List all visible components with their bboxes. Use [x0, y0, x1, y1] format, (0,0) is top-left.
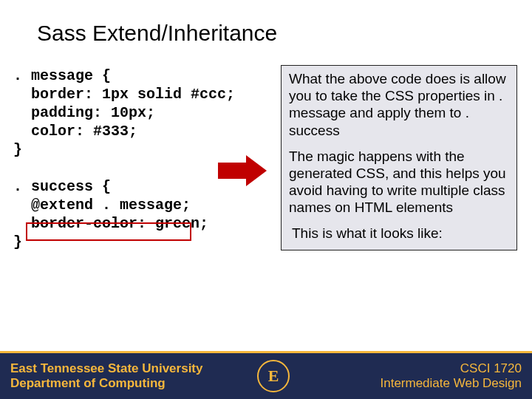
- footer-university: East Tennessee State University Departme…: [10, 361, 202, 390]
- code-line: @extend . message;: [13, 197, 191, 214]
- code-line: padding: 10px;: [13, 104, 155, 121]
- code-line: color: #333;: [13, 123, 137, 140]
- code-line: border: 1px solid #ccc;: [13, 86, 235, 103]
- arrow-right-icon: [218, 155, 270, 186]
- footer-bar: East Tennessee State University Departme…: [0, 353, 532, 399]
- explanation-box: What the above code does is allow you to…: [281, 65, 517, 250]
- code-line: . success {: [13, 178, 111, 195]
- highlight-box: [26, 222, 191, 241]
- code-line: . message {: [13, 67, 111, 84]
- code-line: }: [13, 141, 22, 158]
- etsu-logo-icon: E: [257, 360, 290, 392]
- course-name: Intermediate Web Design: [380, 376, 522, 391]
- slide-title: Sass Extend/Inheritance: [37, 21, 277, 46]
- course-code: CSCI 1720: [380, 361, 522, 376]
- footer-course: CSCI 1720 Intermediate Web Design: [380, 361, 522, 390]
- explain-paragraph: This is what it looks like:: [292, 225, 509, 242]
- explain-paragraph: What the above code does is allow you to…: [289, 70, 509, 139]
- explain-paragraph: The magic happens with the generated CSS…: [289, 148, 509, 216]
- footer-uni-name: East Tennessee State University: [10, 361, 202, 376]
- footer-dept-name: Department of Computing: [10, 376, 202, 391]
- slide: Sass Extend/Inheritance . message { bord…: [0, 0, 532, 399]
- code-line: }: [13, 233, 22, 250]
